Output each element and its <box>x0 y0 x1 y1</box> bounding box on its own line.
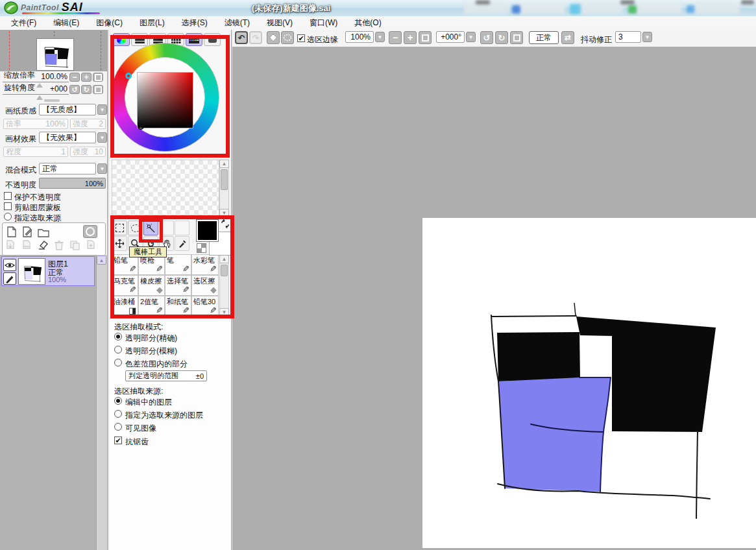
blend-mode-value: 正常 <box>42 163 58 174</box>
zoom-reset-button[interactable] <box>93 73 103 82</box>
menu-others[interactable]: 其他(O) <box>352 17 383 29</box>
zoom-out-button[interactable]: − <box>69 73 80 82</box>
background-window-blur <box>519 2 565 14</box>
source-designated-layer-radio[interactable] <box>114 410 122 418</box>
rotate-ccw-toolbar-button[interactable]: ↺ <box>480 31 493 44</box>
navigator-zoom-row[interactable]: 缩放倍率 100.0% <box>3 73 69 82</box>
source-visible-image-radio[interactable] <box>114 423 122 431</box>
rotate-reset-button[interactable] <box>93 85 103 94</box>
background-favicon <box>570 4 581 14</box>
deselect-button[interactable] <box>267 31 280 44</box>
source-editing-layer-radio[interactable] <box>114 397 122 405</box>
canvas[interactable] <box>422 218 756 548</box>
antialias-checkbox[interactable]: ✔ <box>114 436 122 444</box>
background-favicon <box>628 5 637 14</box>
new-folder-icon[interactable] <box>38 228 49 237</box>
background-window-blur <box>694 2 740 14</box>
menu-file[interactable]: 文件(F) <box>9 17 38 29</box>
menu-image[interactable]: 图像(C) <box>94 17 125 29</box>
transparency-range-value: ±0 <box>196 372 204 380</box>
paper-texture-dropdown-button[interactable]: ▼ <box>97 104 107 115</box>
selection-source-button[interactable] <box>83 225 97 238</box>
navigator-thumbnail[interactable] <box>37 39 73 70</box>
paper-texture-select[interactable]: 【无质感】 <box>39 104 96 115</box>
effect-degree-field[interactable]: 程度 1 <box>3 147 68 157</box>
transparency-range-field[interactable]: 判定透明的范围 ±0 <box>125 370 207 381</box>
annotation-magic-wand-highlight <box>139 219 163 243</box>
stabilizer-input[interactable]: 3 <box>615 31 641 43</box>
menu-layer[interactable]: 图层(L) <box>138 17 167 29</box>
transfer-down-icon[interactable] <box>5 240 16 251</box>
invert-selection-button[interactable] <box>281 31 294 44</box>
layer-scroll-up-button[interactable]: ▲ <box>97 256 106 265</box>
rotate-reset-toolbar-button[interactable] <box>510 31 523 44</box>
paper-effect-dropdown-button[interactable]: ▼ <box>97 132 107 143</box>
title-bar[interactable]: PaintTool SAI (未保存)新建图像.sai <box>0 0 756 17</box>
angle-input[interactable]: +000° <box>436 31 465 43</box>
protect-opacity-checkbox[interactable] <box>4 192 12 200</box>
magic-wand-tooltip: 魔棒工具 <box>129 246 167 257</box>
merge-down-icon[interactable] <box>21 240 32 251</box>
protect-opacity-label: 保护不透明度 <box>14 192 61 203</box>
new-layer-icon[interactable] <box>6 226 17 237</box>
selection-edge-checkbox[interactable]: ✔ <box>297 34 305 42</box>
zoom-out-toolbar-button[interactable]: − <box>389 31 402 44</box>
transparency-range-label: 判定透明的范围 <box>128 371 178 381</box>
zoom-percent-input[interactable]: 100% <box>345 31 374 43</box>
zoom-in-toolbar-button[interactable]: + <box>404 31 417 44</box>
navigator-rotate-row[interactable]: 旋转角度 +000 <box>3 85 69 95</box>
blend-mode-select[interactable]: 正常 <box>39 163 96 174</box>
menu-filter[interactable]: 滤镜(T) <box>223 17 252 29</box>
paper-effect-select[interactable]: 【无效果】 <box>39 132 96 143</box>
layer-visibility-toggle[interactable] <box>3 259 16 271</box>
layer-list-scrollbar[interactable] <box>96 255 107 550</box>
blend-mode-label: 混合模式 <box>5 165 36 176</box>
texture-scale-value: 100% <box>45 119 66 128</box>
zoom-reset-toolbar-button[interactable] <box>419 31 432 44</box>
swatch-scroll-up-button[interactable]: ▲ <box>219 160 229 168</box>
layer-edit-indicator[interactable] <box>3 272 16 285</box>
stabilizer-dropdown-button[interactable]: ▼ <box>642 32 652 42</box>
new-linework-layer-icon[interactable] <box>22 226 34 237</box>
eye-icon <box>5 261 15 269</box>
angle-dropdown-button[interactable]: ▼ <box>466 32 476 42</box>
mode-color-range-radio[interactable] <box>114 359 122 366</box>
texture-scale-field[interactable]: 倍率 100% <box>3 119 68 129</box>
clipping-group-checkbox[interactable] <box>4 202 12 210</box>
rotate-cw-button[interactable]: ↻ <box>81 85 91 94</box>
clear-layer-icon[interactable] <box>38 240 49 251</box>
layer-thumbnail[interactable] <box>18 258 45 285</box>
rotate-ccw-button[interactable]: ↺ <box>69 85 80 94</box>
blend-mode-dropdown-button[interactable]: ▼ <box>97 163 107 174</box>
background-window-blur <box>636 2 681 14</box>
paper-effect-label: 画材效果 <box>5 134 36 145</box>
swatch-scroll-thumb[interactable] <box>221 169 228 190</box>
stabilizer-label: 抖动修正 <box>581 34 612 45</box>
rotate-slider-marker[interactable] <box>36 95 43 100</box>
swatch-area[interactable] <box>112 160 219 217</box>
zoom-dropdown-button[interactable]: ▼ <box>375 32 385 42</box>
rotate-cw-toolbar-button[interactable]: ↻ <box>495 31 508 44</box>
opacity-slider[interactable]: 100% <box>39 178 106 189</box>
panel-collapse-handle[interactable] <box>44 99 60 102</box>
layer-list[interactable] <box>0 255 96 550</box>
undo-button[interactable]: ↶ <box>235 31 248 44</box>
mode-transparency-strict-radio[interactable] <box>114 333 122 341</box>
swap-fg-bg-button[interactable]: ⇄ <box>561 31 574 44</box>
copy-layer-icon[interactable] <box>69 240 81 251</box>
mode-transparency-fuzzy-radio[interactable] <box>114 346 122 353</box>
menu-select[interactable]: 选择(S) <box>180 17 210 29</box>
redo-button[interactable]: ↷ <box>249 31 262 44</box>
paste-layer-icon[interactable] <box>86 240 97 251</box>
blend-quick-button[interactable]: 正常 <box>529 31 559 44</box>
logo-text-painttool: PaintTool <box>21 3 59 12</box>
selection-source-radio[interactable] <box>4 213 12 221</box>
stabilizer-value: 3 <box>618 32 623 42</box>
effect-strength-field[interactable]: 强度 10 <box>70 147 106 157</box>
texture-strength-field[interactable]: 强度 2 <box>70 119 106 129</box>
zoom-in-button[interactable]: + <box>81 73 91 82</box>
menu-window[interactable]: 窗口(W) <box>308 17 339 29</box>
delete-layer-icon[interactable] <box>54 240 64 251</box>
menu-view[interactable]: 视图(V) <box>265 17 295 29</box>
menu-edit[interactable]: 编辑(E) <box>51 17 81 29</box>
